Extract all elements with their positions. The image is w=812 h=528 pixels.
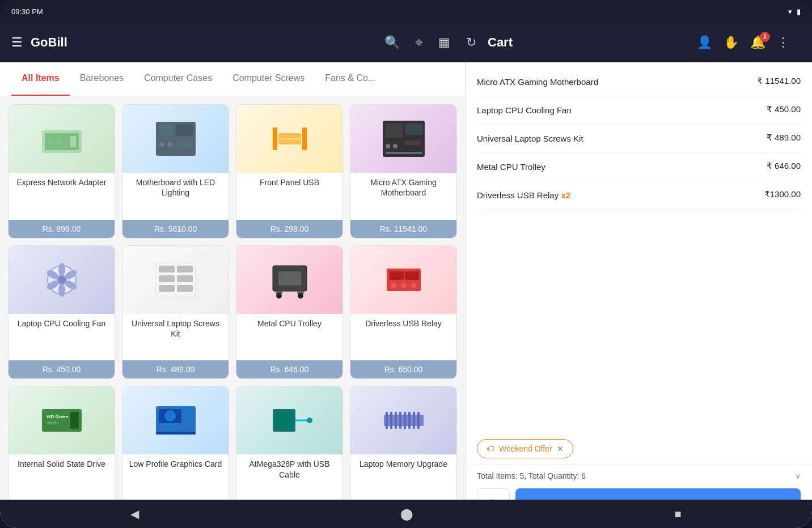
svg-point-8 [159,142,164,147]
hand-icon[interactable]: ✋ [724,35,739,50]
svg-rect-53 [70,412,79,429]
product-price: Rs. 899.00 [9,220,115,238]
notification-badge: 2 [760,32,770,42]
svg-rect-45 [405,271,419,280]
product-image [350,386,456,454]
tab-barebones[interactable]: Barebones [70,62,134,96]
cart-item-price: ₹ 450.00 [767,104,801,114]
svg-text:SN350: SN350 [46,421,59,425]
promo-tag[interactable]: 🏷 Weekend Offer ✕ [477,439,573,458]
svg-point-27 [58,283,65,297]
main-content: All Items Barebones Computer Cases Compu… [0,62,812,528]
svg-rect-67 [395,412,397,429]
notifications-icon[interactable]: 🔔 2 [750,35,766,50]
search-icon[interactable]: 🔍 [384,35,400,50]
user-icon[interactable]: 👤 [697,35,712,50]
product-price: Rs. 646.00 [236,360,342,378]
product-image [236,246,342,314]
cart-item: Driverless USB Relay x2 ₹1300.00 [477,181,801,210]
scan-icon[interactable]: ⎆ [416,36,422,49]
svg-rect-20 [405,140,421,145]
left-panel: All Items Barebones Computer Cases Compu… [0,62,465,528]
svg-rect-71 [413,412,415,429]
tab-computer-cases[interactable]: Computer Cases [134,62,222,96]
svg-point-40 [276,293,282,299]
cart-title: Cart [488,35,513,50]
product-card[interactable]: Driverless USB Relay Rs. 650.00 [350,245,457,380]
chevron-down-icon[interactable]: ∨ [795,471,801,480]
svg-rect-21 [386,152,422,154]
svg-point-41 [298,293,303,299]
svg-point-19 [393,144,397,148]
tab-computer-screws[interactable]: Computer Screws [222,62,315,96]
svg-rect-35 [159,285,175,292]
svg-rect-61 [276,412,293,429]
tab-all-items[interactable]: All Items [11,62,70,96]
wifi-icon: ▾ [788,7,792,16]
home-button[interactable]: ⬤ [400,507,413,521]
product-card[interactable]: Motherboard with LED Lighting Rs. 5810.0… [122,104,229,239]
svg-rect-4 [70,136,76,147]
product-card[interactable]: Micro ATX Gaming Motherboard Rs. 11541.0… [350,104,457,239]
right-panel: Micro ATX Gaming Motherboard ₹ 11541.00 … [465,62,812,528]
barcode-icon[interactable]: ▦ [438,35,450,50]
product-image [9,246,115,314]
product-card[interactable]: Front Panel USB Rs. 298.00 [236,104,343,239]
product-name: Metal CPU Trolley [236,314,342,361]
recents-button[interactable]: ■ [674,508,681,521]
product-card[interactable]: Laptop CPU Cooling Fan Rs. 450.00 [8,245,115,380]
svg-rect-13 [302,127,307,150]
cart-items: Micro ATX Gaming Motherboard ₹ 11541.00 … [466,62,812,433]
product-image [236,386,342,454]
svg-rect-7 [176,125,193,136]
menu-icon[interactable]: ☰ [11,35,23,50]
cart-header-icons: 👤 ✋ 🔔 2 ⋮ [697,35,789,50]
back-button[interactable]: ◀ [130,507,139,521]
tab-fans[interactable]: Fans & Co... [315,62,386,96]
product-price: Rs. 650.00 [350,360,456,378]
svg-rect-59 [156,432,196,435]
more-icon[interactable]: ⋮ [777,35,789,50]
status-time: 09:30 PM [11,7,43,16]
product-card[interactable]: Express Network Adapter Rs. 899.00 [8,104,115,239]
promo-close-icon[interactable]: ✕ [557,444,564,453]
svg-rect-70 [408,412,411,429]
svg-rect-36 [177,285,193,292]
refresh-icon[interactable]: ↻ [466,35,476,50]
svg-point-46 [391,283,396,288]
svg-rect-32 [177,266,193,272]
svg-point-18 [386,144,390,148]
svg-point-47 [401,283,407,288]
cart-item-name: Driverless USB Relay x2 [477,189,753,201]
cart-item-name: Universal Laptop Screws Kit [477,133,755,144]
product-card[interactable]: Metal CPU Trolley Rs. 646.00 [236,245,343,380]
svg-rect-10 [179,140,193,147]
products-grid: Express Network Adapter Rs. 899.00 Mothe… [0,96,465,528]
cart-item-name: Metal CPU Trolley [477,161,755,173]
svg-rect-58 [184,416,193,420]
header-left: ☰ GoBill 🔍 ⎆ ▦ ↻ [11,35,476,50]
svg-rect-65 [386,412,388,429]
category-tabs: All Items Barebones Computer Cases Compu… [0,62,465,96]
product-name: Low Profile Graphics Card [122,454,229,501]
cart-summary: Total Items: 5, Total Quantity: 6 ∨ [477,471,801,480]
cart-item-name: Micro ATX Gaming Motherboard [477,76,746,88]
promo-label: Weekend Offer [499,444,552,453]
product-image [9,105,115,173]
product-card[interactable]: Universal Laptop Screws Kit Rs. 489.00 [122,245,229,380]
svg-rect-69 [404,412,406,429]
product-name: AtMega328P with USB Cable [236,454,342,501]
product-price: Rs. 489.00 [122,360,229,378]
cart-summary-text: Total Items: 5, Total Quantity: 6 [477,471,586,480]
product-image [122,386,229,454]
svg-point-9 [167,142,173,147]
app-title: GoBill [31,35,67,50]
svg-text:WD Green: WD Green [46,414,69,419]
svg-point-2 [48,139,53,144]
cart-item-price: ₹1300.00 [764,189,801,199]
svg-rect-17 [405,124,423,135]
cart-header: Cart 👤 ✋ 🔔 2 ⋮ [476,35,801,50]
svg-rect-33 [159,275,175,282]
svg-rect-34 [177,275,193,282]
svg-rect-12 [273,127,277,150]
